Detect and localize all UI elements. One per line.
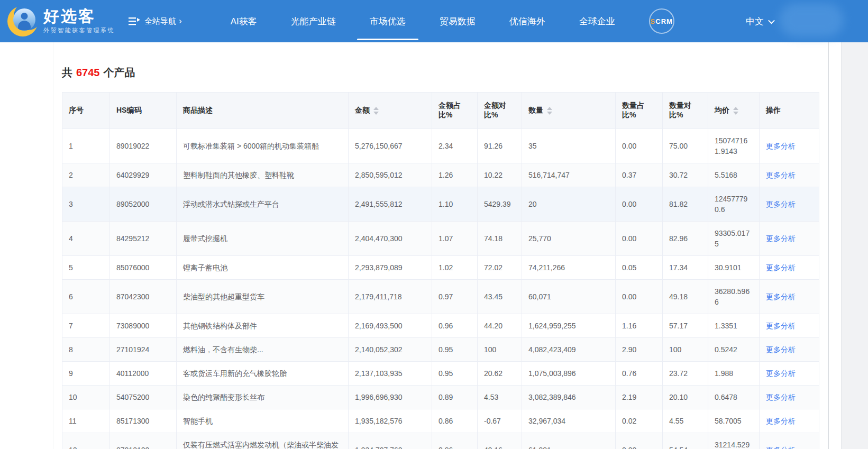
cell-quantity: 25,770 bbox=[522, 222, 616, 256]
logo[interactable]: 好选客 外贸智能获客管理系统 bbox=[7, 6, 115, 36]
cell-hs-code: 27101924 bbox=[110, 338, 177, 362]
scrollbar-track[interactable] bbox=[828, 42, 829, 449]
cell-amount: 5,276,150,667 bbox=[349, 129, 432, 163]
cell-hs-code: 64029929 bbox=[110, 163, 177, 187]
cell-description: 其他钢铁结构体及部件 bbox=[177, 314, 349, 338]
nav-item-ai[interactable]: AI获客 bbox=[231, 15, 257, 28]
menu-icon bbox=[129, 17, 140, 25]
cell-amount-share: 0.96 bbox=[432, 314, 478, 338]
table-header-row: 序号HS编码商品描述金额金额占比%金额对比%数量数量占比%数量对比%均价操作 bbox=[62, 93, 819, 129]
cell-hs-code: 89052000 bbox=[110, 187, 177, 222]
cell-quantity-yoy: 4.55 bbox=[663, 409, 708, 433]
cell-quantity: 516,714,747 bbox=[522, 163, 616, 187]
cell-amount-share: 0.95 bbox=[432, 362, 478, 386]
column-header-actions: 操作 bbox=[760, 93, 819, 129]
cell-amount: 1,935,182,576 bbox=[349, 409, 432, 433]
more-analysis-link[interactable]: 更多分析 bbox=[766, 393, 796, 401]
cell-quantity-share: 0.00 bbox=[616, 187, 663, 222]
nav-item-youxin-overseas[interactable]: 优信海外 bbox=[509, 15, 545, 28]
column-label: HS编码 bbox=[116, 106, 141, 115]
cell-amount-share: 1.26 bbox=[432, 163, 478, 187]
language-selector[interactable]: 中文 bbox=[746, 15, 774, 28]
person-icon bbox=[21, 13, 28, 20]
cell-index: 7 bbox=[62, 314, 110, 338]
nav-item-scrm[interactable]: SCRM bbox=[649, 8, 674, 34]
main-nav: AI获客光能产业链市场优选贸易数据优信海外全球企业SCRM bbox=[231, 8, 674, 34]
cell-quantity: 74,211,266 bbox=[522, 256, 616, 280]
cell-hs-code: 84295212 bbox=[110, 222, 177, 256]
more-analysis-link[interactable]: 更多分析 bbox=[766, 263, 796, 272]
cell-quantity-yoy: 57.17 bbox=[663, 314, 708, 338]
column-header-description: 商品描述 bbox=[177, 93, 349, 129]
more-analysis-link[interactable]: 更多分析 bbox=[766, 417, 796, 425]
more-analysis-link[interactable]: 更多分析 bbox=[766, 446, 796, 449]
cell-quantity-share: 0.76 bbox=[616, 362, 663, 386]
cell-actions: 更多分析 bbox=[760, 314, 819, 338]
cell-hs-code: 54075200 bbox=[110, 386, 177, 409]
cell-description: 履带式挖掘机 bbox=[177, 222, 349, 256]
products-table: 序号HS编码商品描述金额金额占比%金额对比%数量数量占比%数量对比%均价操作 1… bbox=[62, 92, 819, 449]
cell-actions: 更多分析 bbox=[760, 187, 819, 222]
summary-suffix: 个产品 bbox=[104, 67, 135, 78]
column-header-amount-yoy: 金额对比% bbox=[478, 93, 522, 129]
cell-amount-yoy: 72.02 bbox=[478, 256, 522, 280]
column-label: 商品描述 bbox=[183, 106, 213, 115]
cell-actions: 更多分析 bbox=[760, 129, 819, 163]
cell-hs-code: 85171300 bbox=[110, 409, 177, 433]
cell-description: 客或货运车用新的充气橡胶轮胎 bbox=[177, 362, 349, 386]
column-header-amount[interactable]: 金额 bbox=[349, 93, 432, 129]
top-navigation-bar: 好选客 外贸智能获客管理系统 全站导航 › AI获客光能产业链市场优选贸易数据优… bbox=[0, 0, 868, 42]
cell-amount-yoy: 20.62 bbox=[478, 362, 522, 386]
page-right-gutter bbox=[841, 42, 868, 449]
more-analysis-link[interactable]: 更多分析 bbox=[766, 234, 796, 243]
cell-index: 4 bbox=[62, 222, 110, 256]
more-analysis-link[interactable]: 更多分析 bbox=[766, 142, 796, 150]
cell-avg-price: 93305.0175 bbox=[708, 222, 760, 256]
more-analysis-link[interactable]: 更多分析 bbox=[766, 200, 796, 208]
sort-icon[interactable] bbox=[373, 107, 379, 115]
column-header-quantity-share: 数量占比% bbox=[616, 93, 663, 129]
avatar[interactable] bbox=[779, 3, 844, 37]
cell-description: 柴油型的其他超重型货车 bbox=[177, 280, 349, 314]
column-label: 数量占比% bbox=[622, 101, 656, 120]
more-analysis-link[interactable]: 更多分析 bbox=[766, 171, 796, 179]
cell-avg-price: 5.5168 bbox=[708, 163, 760, 187]
cell-index: 1 bbox=[62, 129, 110, 163]
column-label: 金额 bbox=[355, 106, 370, 115]
column-header-quantity[interactable]: 数量 bbox=[522, 93, 616, 129]
sort-icon[interactable] bbox=[733, 107, 738, 115]
site-nav-label: 全站导航 bbox=[144, 16, 176, 26]
cell-hs-code: 87012100 bbox=[110, 433, 177, 449]
cell-actions: 更多分析 bbox=[760, 256, 819, 280]
cell-description: 锂离子蓄电池 bbox=[177, 256, 349, 280]
more-analysis-link[interactable]: 更多分析 bbox=[766, 292, 796, 301]
cell-index: 6 bbox=[62, 280, 110, 314]
cell-quantity-yoy: 20.10 bbox=[663, 386, 708, 409]
cell-quantity: 4,082,423,409 bbox=[522, 338, 616, 362]
cell-amount: 2,169,493,500 bbox=[349, 314, 432, 338]
more-analysis-link[interactable]: 更多分析 bbox=[766, 369, 796, 378]
cell-amount-share: 1.10 bbox=[432, 187, 478, 222]
table-row: 687042300柴油型的其他超重型货车2,179,411,7180.9743.… bbox=[62, 280, 819, 314]
cell-amount-share: 0.89 bbox=[432, 386, 478, 409]
nav-item-trade-data[interactable]: 贸易数据 bbox=[440, 15, 476, 28]
nav-item-industry-chain[interactable]: 光能产业链 bbox=[291, 15, 336, 28]
cell-quantity-yoy: 30.72 bbox=[663, 163, 708, 187]
table-row: 1287012100仅装有压燃式活塞内燃发动机（柴油或半柴油发动机）的半挂车用的… bbox=[62, 433, 819, 449]
nav-item-market-select[interactable]: 市场优选 bbox=[370, 15, 406, 28]
summary-prefix: 共 bbox=[62, 67, 72, 78]
cell-quantity-yoy: 81.82 bbox=[663, 187, 708, 222]
logo-text: 好选客 外贸智能获客管理系统 bbox=[43, 8, 115, 34]
more-analysis-link[interactable]: 更多分析 bbox=[766, 345, 796, 354]
column-header-seq: 序号 bbox=[62, 93, 110, 129]
nav-item-global-company[interactable]: 全球企业 bbox=[579, 15, 615, 28]
cell-quantity-yoy: 17.34 bbox=[663, 256, 708, 280]
sort-icon[interactable] bbox=[547, 107, 552, 115]
cell-amount-yoy: 4.53 bbox=[478, 386, 522, 409]
site-nav-button[interactable]: 全站导航 › bbox=[129, 16, 182, 26]
cell-description: 染色的纯聚酯变形长丝布 bbox=[177, 386, 349, 409]
cell-index: 10 bbox=[62, 386, 110, 409]
column-header-avg-price[interactable]: 均价 bbox=[708, 93, 760, 129]
more-analysis-link[interactable]: 更多分析 bbox=[766, 322, 796, 330]
cell-actions: 更多分析 bbox=[760, 409, 819, 433]
